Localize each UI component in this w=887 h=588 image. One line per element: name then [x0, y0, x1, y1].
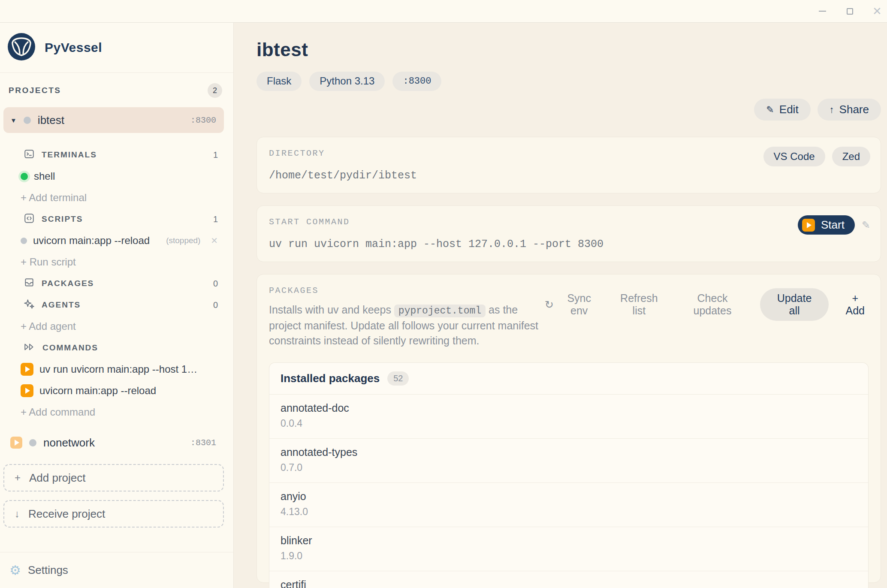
command-item-2[interactable]: uvicorn main:app --reload — [0, 380, 228, 401]
running-status-dot — [21, 173, 28, 180]
share-button[interactable]: ↑ Share — [818, 99, 881, 121]
chevron-down-icon[interactable]: ▼ — [10, 117, 17, 124]
package-row[interactable]: blinker 1.9.0 — [269, 527, 868, 571]
play-icon[interactable] — [21, 384, 33, 397]
open-vscode-button[interactable]: VS Code — [763, 147, 825, 166]
add-agent-button[interactable]: + Add agent — [0, 316, 228, 337]
section-count: 1 — [213, 150, 218, 160]
section-count: 0 — [213, 300, 218, 310]
packages-toolbar: ↻ Sync env Refresh list Check updates Up… — [545, 288, 869, 321]
minimize-icon[interactable] — [817, 6, 828, 17]
package-row[interactable]: certifi — [269, 571, 868, 588]
script-item-uvicorn[interactable]: uvicorn main:app --reload (stopped) ✕ — [0, 230, 228, 251]
sparkles-icon — [24, 299, 35, 311]
command-name: uvicorn main:app --reload — [39, 385, 156, 397]
add-command-button[interactable]: + Add command — [0, 401, 228, 423]
play-icon — [802, 219, 815, 232]
check-updates-button[interactable]: Check updates — [678, 292, 747, 317]
section-count: 0 — [213, 279, 218, 289]
section-commands[interactable]: COMMANDS — [0, 337, 228, 359]
app-title: PyVessel — [45, 40, 102, 55]
start-button[interactable]: Start — [798, 215, 855, 235]
maximize-icon[interactable] — [844, 6, 855, 17]
terminal-name: shell — [34, 170, 55, 182]
pyproject-code-pill: pyproject.toml — [394, 305, 486, 317]
sidebar-project-ibtest[interactable]: ▼ ibtest :8300 — [3, 107, 224, 133]
settings-button[interactable]: ⚙ Settings — [0, 552, 233, 588]
package-version: 1.9.0 — [281, 550, 857, 562]
inbox-icon — [24, 277, 35, 290]
play-icon[interactable] — [21, 363, 33, 376]
packages-description: Installs with uv and keeps pyproject.tom… — [269, 302, 545, 349]
package-version: 0.0.4 — [281, 418, 857, 429]
add-terminal-button[interactable]: + Add terminal — [0, 187, 228, 208]
package-name: blinker — [281, 534, 857, 547]
package-row[interactable]: anyio 4.13.0 — [269, 483, 868, 527]
window-titlebar: ✕ — [0, 0, 887, 23]
tag-python-version: Python 3.13 — [309, 72, 385, 91]
section-label: PACKAGES — [42, 279, 94, 288]
update-all-button[interactable]: Update all — [760, 288, 829, 321]
dismiss-script-icon[interactable]: ✕ — [211, 235, 218, 246]
project-port: :8301 — [190, 438, 216, 448]
receive-project-button[interactable]: ↓ Receive project — [3, 500, 224, 528]
terminal-icon — [24, 148, 35, 161]
project-name: ibtest — [38, 114, 64, 127]
projects-label: PROJECTS — [9, 86, 61, 95]
package-name: annotated-types — [281, 446, 857, 458]
project-tree: TERMINALS 1 shell + Add terminal SCRIPTS… — [0, 144, 228, 423]
project-tags: Flask Python 3.13 :8300 — [256, 72, 881, 91]
project-status-dot — [24, 117, 31, 124]
start-command-label: START COMMAND — [269, 217, 869, 227]
tag-port: :8300 — [392, 72, 441, 91]
sync-env-button[interactable]: ↻ Sync env — [545, 292, 600, 317]
projects-count-badge: 2 — [208, 83, 222, 98]
section-label: COMMANDS — [42, 343, 98, 353]
project-status-dot — [29, 439, 36, 446]
section-count: 1 — [213, 214, 218, 224]
edit-command-icon[interactable]: ✎ — [862, 219, 870, 231]
directory-card: DIRECTORY /home/test/pydir/ibtest VS Cod… — [256, 137, 881, 193]
sidebar-project-nonetwork[interactable]: nonetwork :8301 — [3, 430, 224, 455]
plus-icon: + — [15, 472, 21, 484]
section-scripts[interactable]: SCRIPTS 1 — [0, 208, 228, 230]
section-agents[interactable]: AGENTS 0 — [0, 294, 228, 316]
package-name: annotated-doc — [281, 402, 857, 414]
add-project-button[interactable]: + Add project — [3, 464, 224, 492]
installed-packages-panel: Installed packages 52 annotated-doc 0.0.… — [269, 362, 869, 588]
package-version: 0.7.0 — [281, 462, 857, 473]
refresh-list-button[interactable]: Refresh list — [613, 292, 665, 317]
project-port: :8300 — [190, 115, 216, 125]
command-name: uv run uvicorn main:app --host 1… — [39, 363, 197, 375]
brand: PyVessel — [0, 23, 233, 73]
projects-header: PROJECTS 2 — [0, 83, 228, 98]
terminal-item-shell[interactable]: shell — [0, 166, 228, 187]
section-packages[interactable]: PACKAGES 0 — [0, 273, 228, 294]
section-label: TERMINALS — [42, 150, 97, 160]
add-package-button[interactable]: + Add — [842, 292, 869, 317]
script-status: (stopped) — [166, 236, 200, 245]
tag-framework: Flask — [256, 72, 302, 91]
main-content: ibtest Flask Python 3.13 :8300 ✎ Edit ↑ … — [234, 23, 887, 588]
package-name: certifi — [281, 579, 857, 588]
gear-icon: ⚙ — [9, 564, 21, 577]
installed-packages-count-badge: 52 — [387, 371, 409, 386]
section-label: AGENTS — [42, 300, 81, 310]
sidebar-content: PROJECTS 2 ▼ ibtest :8300 TERMINALS 1 — [0, 73, 233, 552]
close-icon[interactable]: ✕ — [872, 6, 883, 17]
package-version: 4.13.0 — [281, 506, 857, 518]
package-row[interactable]: annotated-types 0.7.0 — [269, 439, 868, 483]
stopped-status-dot — [21, 238, 27, 244]
run-script-button[interactable]: + Run script — [0, 251, 228, 273]
open-zed-button[interactable]: Zed — [832, 147, 870, 166]
start-command-text: uv run uvicorn main:app --host 127.0.0.1… — [269, 238, 869, 250]
packages-card: PACKAGES Installs with uv and keeps pypr… — [256, 274, 881, 583]
pencil-icon: ✎ — [766, 104, 774, 115]
sync-icon: ↻ — [545, 299, 554, 311]
section-terminals[interactable]: TERMINALS 1 — [0, 144, 228, 166]
sidebar: PyVessel PROJECTS 2 ▼ ibtest :8300 TERMI… — [0, 23, 234, 588]
command-item-1[interactable]: uv run uvicorn main:app --host 1… — [0, 359, 228, 380]
play-icon[interactable] — [10, 437, 22, 449]
edit-button[interactable]: ✎ Edit — [754, 99, 810, 121]
package-row[interactable]: annotated-doc 0.0.4 — [269, 395, 868, 439]
